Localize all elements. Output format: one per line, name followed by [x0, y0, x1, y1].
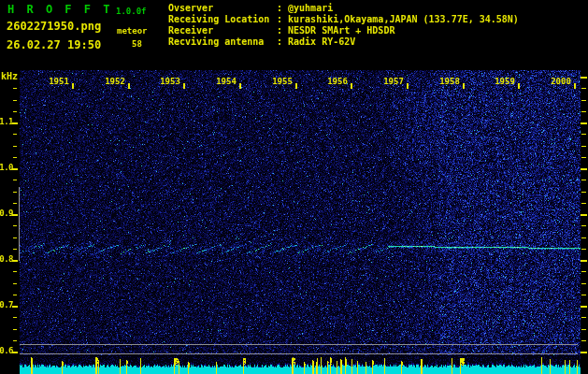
- x-tick-label: 1957: [383, 77, 404, 86]
- mode-label: meteor: [117, 26, 148, 36]
- info-label: Recviving antenna: [168, 36, 277, 48]
- y-tick-label: 0.9: [0, 209, 13, 218]
- info-value: Radix RY-62V: [288, 36, 355, 47]
- app-title: H R O F F T: [7, 3, 112, 16]
- observer-info-row: Receiver:NESDR SMArt + HDSDR: [168, 25, 519, 36]
- observer-info-row: Receiving Location:kurashiki,Okayama,JAP…: [168, 14, 519, 25]
- y-axis-unit: kHz: [1, 71, 18, 81]
- info-label: Receiver: [168, 25, 277, 36]
- y-tick-label: 1.1: [0, 117, 13, 126]
- output-filename: 2602271950.png: [7, 20, 101, 33]
- x-tick-label: 1952: [105, 77, 125, 86]
- app-version: 1.0.0f: [116, 7, 147, 16]
- spectrogram-canvas: [0, 0, 588, 374]
- info-label: Ovserver: [168, 3, 277, 14]
- echo-count: 58: [132, 39, 142, 49]
- info-colon: :: [277, 3, 282, 14]
- info-colon: :: [277, 36, 282, 48]
- x-tick-label: 1953: [160, 77, 180, 86]
- y-tick-label: 0.8: [0, 254, 13, 264]
- timestamp: 26.02.27 19:50: [7, 38, 101, 51]
- info-colon: :: [277, 25, 282, 36]
- observer-info: Ovserver:@yuhmari Receiving Location:kur…: [168, 3, 519, 48]
- y-tick-label: 1.0: [0, 163, 13, 172]
- y-tick-label: 0.6: [0, 346, 13, 355]
- x-tick-label: 1959: [495, 77, 515, 86]
- x-tick-label: 2000: [551, 77, 571, 86]
- info-value: @yuhmari: [288, 3, 333, 13]
- hrofft-window: H R O F F T 1.0.0f 2602271950.png meteor…: [0, 0, 588, 374]
- y-tick-label: 0.7: [0, 300, 13, 309]
- x-tick-label: 1955: [272, 77, 293, 86]
- x-tick-label: 1958: [439, 77, 460, 86]
- observer-info-row: Recviving antenna:Radix RY-62V: [168, 36, 519, 48]
- x-tick-label: 1951: [49, 77, 69, 86]
- info-label: Receiving Location: [168, 14, 277, 25]
- info-value: NESDR SMArt + HDSDR: [288, 25, 394, 36]
- x-tick-label: 1954: [216, 77, 237, 86]
- observer-info-row: Ovserver:@yuhmari: [168, 3, 519, 14]
- info-value: kurashiki,Okayama,JAPAN (133.77E, 34.58N…: [288, 14, 519, 24]
- x-tick-label: 1956: [327, 77, 348, 86]
- info-colon: :: [277, 14, 282, 25]
